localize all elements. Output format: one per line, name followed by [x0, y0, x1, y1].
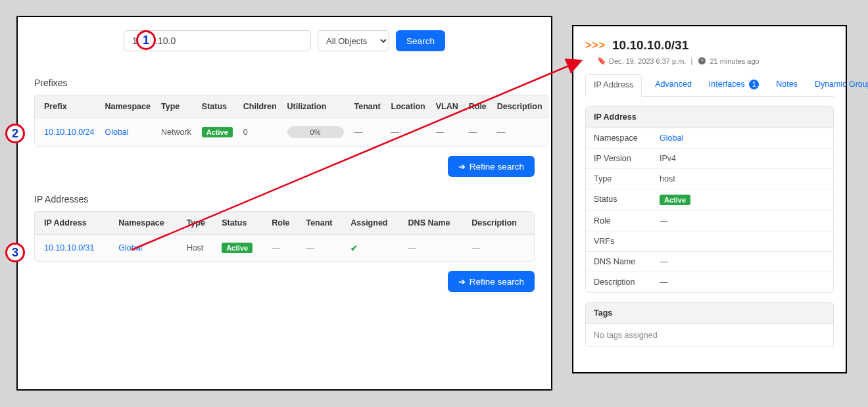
table-row: 10.10.10.0/31 Global Host Active — — ✔ —…	[34, 235, 535, 262]
col-status: Status	[216, 211, 266, 235]
col-location: Location	[386, 95, 431, 118]
search-button[interactable]: Search	[396, 30, 445, 51]
namespace-link[interactable]: Global	[105, 128, 128, 137]
cell-children: 0	[238, 118, 282, 147]
field-ipver-label: IP Version	[586, 149, 652, 168]
cell-tenant: —	[301, 235, 345, 262]
box-title: IP Address	[586, 107, 833, 128]
cell-desc: —	[466, 235, 535, 262]
ipaddresses-heading: IP Addresses	[34, 194, 535, 204]
search-bar: All Objects Search	[34, 30, 535, 51]
interfaces-count-badge: 1	[749, 80, 759, 89]
cell-location: —	[386, 118, 431, 147]
refine-search-ip-button[interactable]: ➔ Refine search	[448, 271, 535, 292]
updated-ago: 21 minutes ago	[710, 57, 759, 65]
field-dns-label: DNS Name	[586, 252, 652, 272]
cell-dns: —	[403, 235, 467, 262]
col-type: Type	[156, 95, 197, 118]
timestamp-meta: 🔖 Dec. 19, 2023 6:37 p.m. | 21 minutes a…	[597, 57, 834, 65]
col-description: Description	[492, 95, 548, 118]
tab-interfaces-label: Interfaces	[709, 80, 745, 89]
table-row: 10.10.10.0/24 Global Network Active 0 0%…	[34, 118, 548, 147]
prefixes-heading: Prefixes	[34, 78, 535, 88]
tab-advanced[interactable]: Advanced	[651, 74, 696, 96]
col-tenant: Tenant	[349, 95, 386, 118]
cell-desc: —	[492, 118, 548, 147]
ip-detail-panel: >>> 10.10.10.0/31 🔖 Dec. 19, 2023 6:37 p…	[572, 25, 847, 373]
field-namespace-label: Namespace	[586, 128, 652, 148]
refine-search-prefixes-button[interactable]: ➔ Refine search	[448, 156, 535, 177]
col-vlan: VLAN	[431, 95, 464, 118]
page-title: 10.10.10.0/31	[612, 38, 688, 53]
status-badge: Active	[660, 195, 690, 205]
col-dns: DNS Name	[403, 211, 467, 235]
breadcrumb-chevron-icon: >>>	[585, 39, 606, 51]
field-type-value: host	[652, 169, 833, 189]
clock-icon	[698, 57, 706, 64]
prefix-link[interactable]: 10.10.10.0/24	[44, 128, 94, 137]
col-role: Role	[266, 211, 301, 235]
field-status-label: Status	[586, 189, 652, 210]
field-role-value: —	[652, 211, 833, 231]
col-prefix: Prefix	[34, 95, 99, 118]
col-namespace: Namespace	[99, 95, 156, 118]
tags-empty: No tags assigned	[586, 324, 833, 347]
col-type: Type	[181, 211, 217, 235]
namespace-link[interactable]: Global	[118, 243, 142, 252]
col-status: Status	[197, 95, 238, 118]
ip-address-box: IP Address NamespaceGlobal IP VersionIPv…	[585, 106, 834, 293]
utilization-bar: 0%	[287, 126, 344, 138]
search-results-panel: All Objects Search Prefixes Prefix Names…	[16, 16, 552, 391]
col-utilization: Utilization	[282, 95, 349, 118]
col-namespace: Namespace	[113, 211, 181, 235]
status-badge: Active	[222, 243, 253, 253]
field-desc-value: —	[652, 272, 833, 292]
field-dns-value: —	[652, 252, 833, 272]
tags-title: Tags	[586, 302, 833, 324]
field-vrfs-label: VRFs	[586, 231, 652, 251]
cell-type: Host	[181, 235, 217, 262]
refine-label: Refine search	[470, 162, 524, 172]
prefixes-table: Prefix Namespace Type Status Children Ut…	[34, 95, 548, 147]
cell-role: —	[266, 235, 301, 262]
tab-ip-address[interactable]: IP Address	[585, 74, 642, 97]
ipaddresses-table: IP Address Namespace Type Status Role Te…	[34, 211, 535, 262]
check-icon: ✔	[350, 244, 358, 253]
col-children: Children	[238, 95, 282, 118]
tab-notes[interactable]: Notes	[772, 74, 802, 96]
field-type-label: Type	[586, 169, 652, 189]
object-type-select[interactable]: All Objects	[318, 30, 389, 51]
tab-dynamic-groups[interactable]: Dynamic Groups	[811, 74, 868, 96]
field-role-label: Role	[586, 211, 652, 231]
field-desc-label: Description	[586, 272, 652, 292]
tab-interfaces[interactable]: Interfaces 1	[705, 74, 763, 96]
created-timestamp: Dec. 19, 2023 6:37 p.m.	[609, 57, 686, 65]
cell-type: Network	[156, 118, 197, 147]
detail-tabs: IP Address Advanced Interfaces 1 Notes D…	[585, 74, 834, 97]
col-ip: IP Address	[34, 211, 113, 235]
annotation-1: 1	[136, 30, 156, 50]
cell-vlan: —	[431, 118, 464, 147]
status-badge: Active	[202, 127, 233, 137]
annotation-2: 2	[5, 124, 25, 143]
annotation-3: 3	[5, 243, 25, 262]
col-desc: Description	[466, 211, 535, 235]
bookmark-icon[interactable]: 🔖	[597, 57, 606, 65]
ip-link[interactable]: 10.10.10.0/31	[44, 243, 94, 252]
col-tenant: Tenant	[301, 211, 345, 235]
cell-role: —	[464, 118, 492, 147]
col-role: Role	[464, 95, 492, 118]
arrow-right-icon: ➔	[458, 277, 466, 287]
tags-box: Tags No tags assigned	[585, 302, 834, 347]
cell-tenant: —	[349, 118, 386, 147]
arrow-right-icon: ➔	[458, 162, 466, 172]
field-vrfs-value	[652, 231, 833, 251]
field-namespace-value[interactable]: Global	[660, 133, 683, 143]
refine-label: Refine search	[470, 277, 524, 287]
field-ipver-value: IPv4	[652, 149, 833, 168]
col-assigned: Assigned	[345, 211, 402, 235]
